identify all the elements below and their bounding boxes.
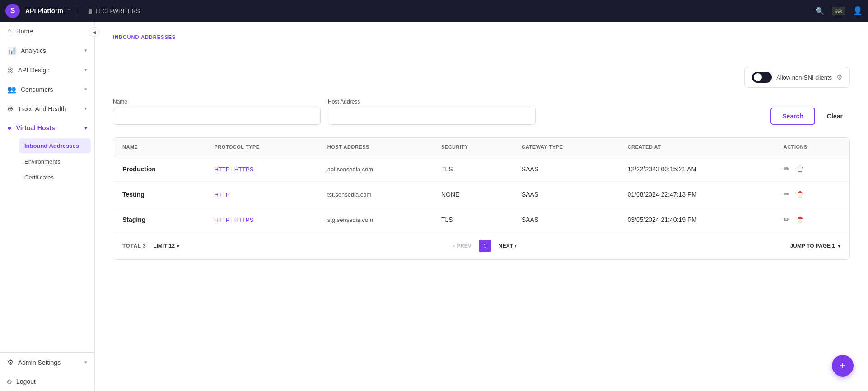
sidebar-bottom: ⚙ Admin Settings ▾ ⎋ Logout	[0, 352, 94, 391]
delete-icon[interactable]: 🗑	[797, 165, 804, 173]
trace-health-icon: ⊕	[7, 104, 13, 113]
sidebar-item-label: Logout	[16, 378, 36, 385]
sidebar-collapse-button[interactable]: ◀	[89, 27, 99, 37]
allow-non-sni-toggle[interactable]	[752, 72, 772, 83]
name-filter-label: Name	[113, 99, 321, 105]
col-protocol-type: PROTOCOL TYPE	[205, 138, 318, 156]
sub-item-label: Inbound Addresses	[24, 142, 79, 149]
gear-icon[interactable]: ⚙	[836, 73, 842, 81]
inbound-addresses-table: NAME PROTOCOL TYPE HOST ADDRESS SECURITY…	[113, 138, 849, 232]
main-content: INBOUND ADDRESSES Allow non-SNI clients …	[95, 22, 868, 391]
chevron-down-icon: ▾	[84, 67, 87, 73]
sidebar-item-label: API Design	[18, 66, 50, 74]
limit-chevron-icon: ▾	[177, 243, 179, 249]
inbound-addresses-table-card: NAME PROTOCOL TYPE HOST ADDRESS SECURITY…	[113, 137, 850, 260]
delete-icon[interactable]: 🗑	[797, 190, 804, 198]
plus-icon: +	[840, 359, 846, 372]
sidebar-item-admin-settings[interactable]: ⚙ Admin Settings ▾	[0, 353, 94, 372]
sidebar-item-logout[interactable]: ⎋ Logout	[0, 372, 94, 391]
host-address-input[interactable]	[328, 108, 536, 125]
cell-created-at: 12/22/2023 00:15:21 AM	[619, 156, 775, 182]
table-header: NAME PROTOCOL TYPE HOST ADDRESS SECURITY…	[113, 138, 849, 156]
jump-to-page[interactable]: JUMP TO PAGE 1 ▾	[790, 243, 840, 249]
name-filter-group: Name	[113, 99, 321, 125]
cell-host: stg.sensedia.com	[318, 207, 432, 232]
cell-name: Staging	[113, 207, 205, 232]
col-actions: ACTIONS	[775, 138, 849, 156]
toggle-label: Allow non-SNI clients	[776, 74, 832, 81]
org-switcher[interactable]: ▦ TECH-WRITERS	[86, 7, 140, 14]
sidebar-item-home[interactable]: ⌂ Home	[0, 22, 94, 41]
search-icon[interactable]: 🔍	[816, 7, 825, 15]
cell-name: Production	[113, 156, 205, 182]
prev-label: PREV	[457, 243, 471, 249]
sidebar-submenu-virtual-hosts: Inbound Addresses Environments Certifica…	[0, 137, 94, 186]
cell-created-at: 01/08/2024 22:47:13 PM	[619, 182, 775, 207]
page-number-1[interactable]: 1	[479, 240, 491, 252]
sidebar-item-analytics[interactable]: 📊 Analytics ▾	[0, 41, 94, 60]
home-icon: ⌂	[7, 27, 12, 35]
cell-protocol: HTTP	[205, 182, 318, 207]
host-filter-label: Host Address	[328, 99, 536, 105]
topbar-dropdown-arrow[interactable]: ⌃	[67, 8, 71, 14]
pagination-row: TOTAL 3 LIMIT 12 ▾ ‹ PREV 1 NEXT › JU	[113, 232, 849, 259]
table-row: Production HTTP | HTTPS api.sensedia.com…	[113, 156, 849, 182]
chevron-down-icon: ▾	[84, 106, 87, 112]
cell-host: tst.sensedia.com	[318, 182, 432, 207]
edit-icon[interactable]: ✏	[784, 165, 789, 173]
user-avatar-icon[interactable]: 👤	[853, 6, 863, 16]
cell-actions: ✏ 🗑	[775, 207, 849, 232]
limit-select[interactable]: LIMIT 12 ▾	[153, 243, 179, 249]
name-input[interactable]	[113, 108, 321, 125]
cell-protocol: HTTP | HTTPS	[205, 156, 318, 182]
next-button[interactable]: NEXT ›	[495, 241, 520, 251]
topbar-right: 🔍 ⌘k 👤	[816, 6, 863, 16]
sidebar-item-label: Virtual Hosts	[16, 124, 55, 132]
table-row: Testing HTTP tst.sensedia.com NONE SAAS …	[113, 182, 849, 207]
sidebar-item-environments[interactable]: Environments	[19, 154, 91, 169]
limit-label: LIMIT 12	[153, 243, 175, 249]
keyboard-shortcut: ⌘k	[832, 7, 846, 15]
sidebar-item-inbound-addresses[interactable]: Inbound Addresses	[19, 138, 91, 153]
col-host-address: HOST ADDRESS	[318, 138, 432, 156]
search-button[interactable]: Search	[770, 108, 815, 125]
sidebar-item-label: Analytics	[21, 47, 46, 54]
add-button[interactable]: +	[832, 355, 854, 377]
edit-icon[interactable]: ✏	[784, 215, 789, 224]
table-header-row: NAME PROTOCOL TYPE HOST ADDRESS SECURITY…	[113, 138, 849, 156]
filter-row: Name Host Address Search Clear	[113, 99, 850, 125]
sidebar-item-trace-health[interactable]: ⊕ Trace And Health ▾	[0, 99, 94, 118]
chevron-down-icon: ▾	[84, 47, 87, 53]
prev-button[interactable]: ‹ PREV	[449, 241, 475, 251]
allow-non-sni-card: Allow non-SNI clients ⚙	[744, 67, 850, 88]
chevron-down-icon: ▾	[84, 86, 87, 92]
cell-security: TLS	[432, 156, 513, 182]
cell-actions: ✏ 🗑	[775, 182, 849, 207]
cell-security: NONE	[432, 182, 513, 207]
page-navigation: ‹ PREV 1 NEXT ›	[449, 240, 520, 252]
chevron-down-icon: ▾	[84, 125, 87, 131]
sidebar-item-label: Admin Settings	[18, 359, 61, 366]
table-body: Production HTTP | HTTPS api.sensedia.com…	[113, 156, 849, 232]
filter-actions: Search Clear	[770, 108, 850, 125]
cell-name: Testing	[113, 182, 205, 207]
sidebar-item-label: Home	[16, 28, 33, 35]
sidebar: ⌂ Home 📊 Analytics ▾ ◎ API Design ▾ 👥 Co…	[0, 22, 95, 391]
delete-icon[interactable]: 🗑	[797, 216, 804, 224]
virtual-hosts-icon: ●	[7, 124, 12, 132]
cell-gateway-type: SAAS	[513, 207, 619, 232]
sub-item-label: Certificates	[24, 174, 54, 181]
toggle-knob	[754, 73, 762, 81]
host-filter-group: Host Address	[328, 99, 536, 125]
edit-icon[interactable]: ✏	[784, 190, 789, 198]
col-created-at: CREATED AT	[619, 138, 775, 156]
clear-button[interactable]: Clear	[820, 108, 850, 124]
app-logo[interactable]: S	[5, 4, 20, 18]
sidebar-item-virtual-hosts[interactable]: ● Virtual Hosts ▾	[0, 118, 94, 137]
sidebar-item-certificates[interactable]: Certificates	[19, 170, 91, 185]
chevron-left-icon: ‹	[453, 243, 455, 249]
sidebar-item-consumers[interactable]: 👥 Consumers ▾	[0, 80, 94, 99]
jump-chevron-icon: ▾	[838, 243, 840, 249]
sidebar-item-api-design[interactable]: ◎ API Design ▾	[0, 60, 94, 80]
app-title: API Platform	[25, 7, 63, 14]
